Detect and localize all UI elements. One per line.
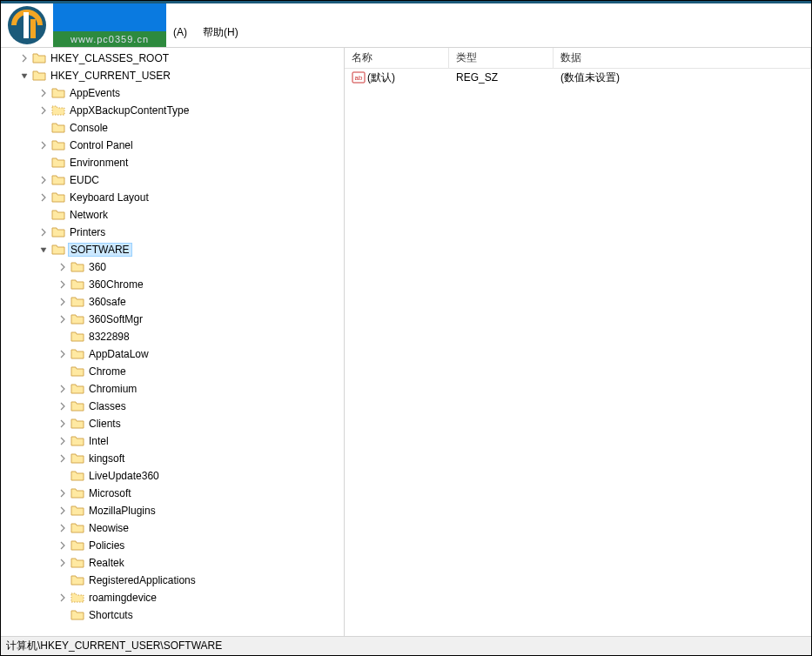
- chevron-right-icon[interactable]: [57, 505, 69, 517]
- col-header-name[interactable]: 名称: [345, 48, 449, 68]
- chevron-right-icon[interactable]: [57, 278, 69, 291]
- tree-node[interactable]: HKEY_CLASSES_ROOT: [1, 50, 344, 67]
- banner: www.pc0359.cn: [53, 3, 166, 47]
- tree-node[interactable]: Control Panel: [1, 137, 344, 154]
- chevron-right-icon[interactable]: [57, 452, 69, 465]
- tree-node[interactable]: Keyboard Layout: [1, 189, 344, 206]
- tree-node[interactable]: 360Chrome: [1, 276, 344, 293]
- folder-icon: [51, 209, 65, 221]
- folder-icon: [70, 348, 84, 360]
- chevron-right-icon[interactable]: [57, 313, 69, 325]
- chevron-right-icon[interactable]: [57, 296, 69, 308]
- tree-node-label: SOFTWARE: [68, 243, 132, 257]
- status-bar: 计算机\HKEY_CURRENT_USER\SOFTWARE: [1, 636, 811, 655]
- chevron-right-icon[interactable]: [57, 592, 69, 604]
- tree-node[interactable]: Shortcuts: [1, 606, 344, 624]
- tree-node[interactable]: 360: [1, 258, 344, 276]
- string-value-icon: ab: [352, 70, 366, 84]
- menu-bar: (A) 帮助(H): [166, 23, 245, 42]
- tree-node[interactable]: Neowise: [1, 519, 344, 537]
- tree-node[interactable]: LiveUpdate360: [1, 467, 344, 485]
- tree-node[interactable]: Realtek: [1, 554, 344, 572]
- tree-node[interactable]: MozillaPlugins: [1, 502, 344, 519]
- tree-node-label: 360SoftMgr: [87, 313, 144, 325]
- chevron-right-icon[interactable]: [57, 557, 69, 569]
- chevron-right-icon[interactable]: [57, 435, 69, 447]
- tree-node-label: EUDC: [68, 174, 101, 186]
- folder-icon: [70, 261, 84, 273]
- tree-node-label: Classes: [87, 400, 128, 412]
- chevron-right-icon[interactable]: [37, 139, 50, 151]
- tree-node-label: Environment: [68, 157, 130, 169]
- folder-icon: [70, 278, 84, 291]
- tree-node[interactable]: 360SoftMgr: [1, 311, 344, 328]
- tree-node[interactable]: AppDataLow: [1, 345, 344, 363]
- tree-node[interactable]: AppEvents: [1, 84, 344, 102]
- tree-node[interactable]: Environment: [1, 154, 344, 171]
- chevron-down-icon[interactable]: [37, 244, 50, 256]
- folder-icon: [70, 609, 84, 621]
- status-path: 计算机\HKEY_CURRENT_USER\SOFTWARE: [6, 639, 222, 653]
- folder-icon: [70, 592, 84, 604]
- tree-panel[interactable]: HKEY_CLASSES_ROOTHKEY_CURRENT_USERAppEve…: [1, 48, 345, 636]
- folder-icon: [70, 418, 84, 430]
- chevron-right-icon[interactable]: [57, 522, 69, 534]
- chevron-down-icon[interactable]: [18, 70, 30, 82]
- tree-node[interactable]: Chromium: [1, 380, 344, 398]
- menu-item-a[interactable]: (A): [173, 26, 187, 38]
- tree-node[interactable]: AppXBackupContentType: [1, 102, 344, 119]
- tree-node-label: MozillaPlugins: [87, 505, 158, 517]
- chevron-right-icon[interactable]: [37, 226, 50, 238]
- list-row[interactable]: ab(默认)REG_SZ(数值未设置): [345, 69, 811, 86]
- tree-node[interactable]: SOFTWARE: [1, 241, 344, 258]
- list-body[interactable]: ab(默认)REG_SZ(数值未设置): [345, 69, 811, 636]
- tree-node[interactable]: EUDC: [1, 171, 344, 189]
- tree-node[interactable]: 360safe: [1, 293, 344, 311]
- tree-node[interactable]: kingsoft: [1, 450, 344, 467]
- tree-node-label: Console: [68, 122, 110, 134]
- folder-icon: [32, 70, 46, 82]
- tree-node[interactable]: 8322898: [1, 328, 344, 345]
- tree-node[interactable]: Network: [1, 206, 344, 224]
- chevron-right-icon[interactable]: [37, 174, 50, 186]
- main-content: HKEY_CLASSES_ROOTHKEY_CURRENT_USERAppEve…: [1, 47, 811, 636]
- tree-node-label: 360safe: [87, 296, 128, 308]
- tree-node[interactable]: HKEY_CURRENT_USER: [1, 67, 344, 84]
- tree-node[interactable]: Console: [1, 119, 344, 137]
- tree-node-label: LiveUpdate360: [87, 470, 161, 482]
- col-header-type[interactable]: 类型: [449, 48, 554, 68]
- tree-node-label: AppDataLow: [87, 348, 151, 360]
- tree-node[interactable]: Printers: [1, 224, 344, 241]
- chevron-right-icon[interactable]: [57, 348, 69, 360]
- folder-icon: [70, 505, 84, 517]
- tree-node[interactable]: Chrome: [1, 363, 344, 380]
- chevron-right-icon[interactable]: [57, 418, 69, 430]
- folder-icon: [51, 226, 65, 238]
- chevron-right-icon[interactable]: [37, 104, 50, 117]
- tree-node[interactable]: Microsoft: [1, 485, 344, 502]
- tree-node[interactable]: RegisteredApplications: [1, 572, 344, 589]
- tree-node-label: Neowise: [87, 522, 131, 534]
- tree-node-label: 360: [87, 261, 108, 273]
- chevron-right-icon[interactable]: [57, 261, 69, 273]
- folder-icon: [70, 539, 84, 552]
- chevron-right-icon[interactable]: [57, 383, 69, 395]
- tree-node-label: Control Panel: [68, 139, 135, 151]
- chevron-right-icon[interactable]: [37, 191, 50, 204]
- col-header-data[interactable]: 数据: [554, 48, 811, 68]
- tree-node-label: Printers: [68, 226, 107, 238]
- chevron-right-icon[interactable]: [37, 87, 50, 99]
- chevron-right-icon[interactable]: [57, 487, 69, 499]
- tree-node[interactable]: Policies: [1, 537, 344, 554]
- tree-node[interactable]: Classes: [1, 398, 344, 415]
- chevron-right-icon[interactable]: [18, 52, 30, 64]
- chevron-right-icon[interactable]: [57, 539, 69, 552]
- tree-node[interactable]: Clients: [1, 415, 344, 432]
- tree-node[interactable]: roamingdevice: [1, 589, 344, 606]
- logo-icon: [1, 3, 53, 47]
- folder-icon: [70, 365, 84, 378]
- tree-node[interactable]: Intel: [1, 432, 344, 450]
- chevron-right-icon[interactable]: [57, 400, 69, 412]
- tree-node-label: 360Chrome: [87, 278, 145, 291]
- menu-item-help[interactable]: 帮助(H): [203, 25, 238, 40]
